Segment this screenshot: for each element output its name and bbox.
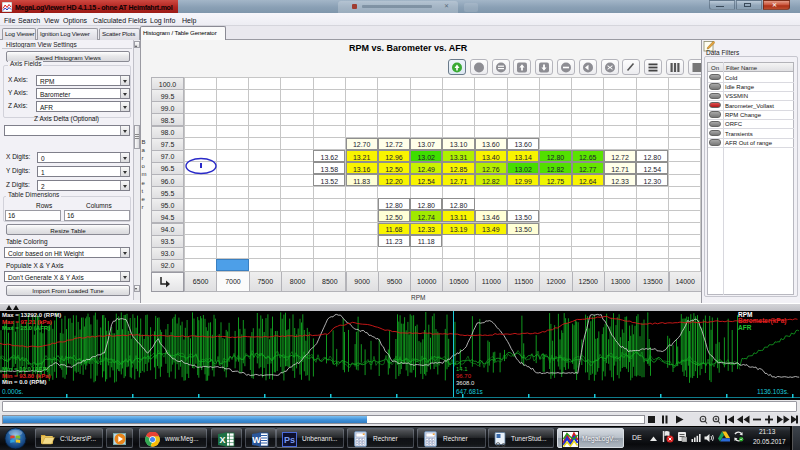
svg-text:X: X bbox=[219, 434, 225, 444]
svg-text:W: W bbox=[252, 434, 261, 444]
svg-text:Ps: Ps bbox=[284, 435, 295, 445]
